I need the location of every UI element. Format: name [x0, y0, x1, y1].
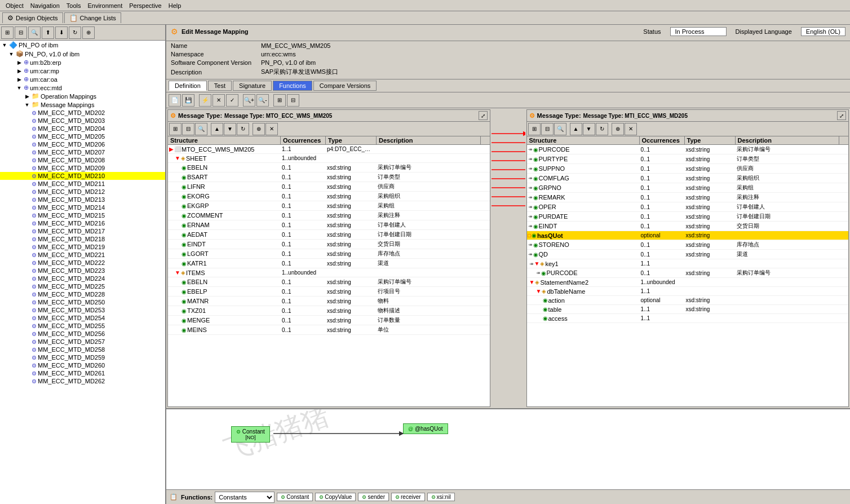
sidebar-item-md225[interactable]: ⚙ MM_ECC_MTD_MD225: [0, 282, 165, 290]
toolbar-btn-collapse-all[interactable]: ⊟: [287, 94, 299, 107]
table-row-hasquot[interactable]: □ ◉ hasQUot optional xsd:string: [527, 231, 849, 240]
table-row[interactable]: ↠ ◉ PURCODE 0..1 xsd:string 采购订单编号: [527, 268, 849, 278]
left-tb-btn-4[interactable]: ▲: [211, 123, 223, 135]
sidebar-item-pn-po-v10[interactable]: ▼ 📦 PN_PO, v1.0 of ibm: [0, 50, 165, 58]
sidebar-btn-3[interactable]: 🔍: [28, 26, 41, 39]
tab-change-lists[interactable]: 📋 Change Lists: [64, 12, 121, 23]
sidebar-item-md210[interactable]: ⚙ MM_ECC_MTD_MD210: [0, 172, 165, 180]
func-btn-receiver[interactable]: ⚙ receiver: [391, 493, 425, 501]
menu-perspective[interactable]: Perspective: [126, 2, 165, 9]
table-row[interactable]: ▼ ◈ StatementName2 1..unbounded: [527, 278, 849, 287]
table-row[interactable]: ↠ ◉ PURDATE 0..1 xsd:string 订单创建日期: [527, 212, 849, 222]
table-row[interactable]: ◉ EKGRP 0..1 xsd:string 采购组: [168, 201, 490, 211]
left-tb-btn-3[interactable]: 🔍: [195, 123, 207, 135]
left-tb-btn-7[interactable]: ⊕: [253, 123, 265, 135]
right-tb-btn-2[interactable]: ⊟: [541, 123, 554, 135]
left-panel-maximize[interactable]: ⤢: [479, 111, 488, 120]
right-panel-maximize[interactable]: ⤢: [837, 111, 846, 120]
sidebar-item-md221[interactable]: ⚙ MM_ECC_MTD_MD221: [0, 251, 165, 259]
table-row[interactable]: ◉ EBELP 0..1 xsd:string 行项目号: [168, 287, 490, 297]
sidebar-item-um-car-oa[interactable]: ▶ ⊕ um:car:oa: [0, 75, 165, 83]
sidebar-item-md206[interactable]: ⚙ MM_ECC_MTD_MD206: [0, 140, 165, 148]
menu-navigation[interactable]: Navigation: [27, 2, 63, 9]
sidebar-item-md211[interactable]: ⚙ MM_ECC_MTD_MD211: [0, 180, 165, 188]
table-row[interactable]: ↠ ▼ ◈ key1 1..1: [527, 259, 849, 268]
table-row[interactable]: ◉ MATNR 0..1 xsd:string 物料: [168, 297, 490, 306]
tab-signature[interactable]: Signature: [233, 81, 272, 91]
table-row[interactable]: ◉ MENGE 0..1 xsd:string 订单数量: [168, 316, 490, 325]
sidebar-item-md203[interactable]: ⚙ MM_ECC_MTD_MD203: [0, 117, 165, 125]
tab-design-objects[interactable]: ⚙ Design Objects: [2, 12, 63, 23]
right-tb-btn-8[interactable]: ✕: [625, 123, 637, 135]
sidebar-item-um-car-mp[interactable]: ▶ ⊕ um:car:mp: [0, 67, 165, 75]
tab-definition[interactable]: Definition: [169, 81, 207, 91]
right-tb-btn-4[interactable]: ▲: [570, 123, 582, 135]
table-row[interactable]: ↠ ◉ STORENO 0..1 xsd:string 库存地点: [527, 240, 849, 250]
sidebar-btn-5[interactable]: ⬇: [55, 26, 68, 39]
table-row[interactable]: ◉ AEDAT 0..1 xsd:string 订单创建日期: [168, 230, 490, 240]
menu-help[interactable]: Help: [165, 2, 185, 9]
sidebar-item-md258[interactable]: ⚙ MM_ECC_MTD_MD258: [0, 346, 165, 353]
sidebar-item-md260[interactable]: ⚙ MM_ECC_MTD_MD260: [0, 361, 165, 369]
table-row[interactable]: ◉ LIFNR 0..1 xsd:string 供应商: [168, 182, 490, 192]
sidebar-btn-4[interactable]: ⬆: [42, 26, 54, 39]
left-tb-btn-8[interactable]: ✕: [265, 123, 278, 135]
sidebar-item-um-b2b[interactable]: ▶ ⊕ um:b2b:erp: [0, 58, 165, 67]
func-btn-constant[interactable]: ⚙ Constant: [277, 493, 313, 501]
sidebar-item-md224[interactable]: ⚙ MM_ECC_MTD_MD224: [0, 275, 165, 282]
toolbar-btn-save[interactable]: 💾: [182, 94, 194, 107]
sidebar-item-md253[interactable]: ⚙ MM_ECC_MTD_MD253: [0, 306, 165, 314]
table-row[interactable]: ◉ BSART 0..1 xsd:string 订单类型: [168, 173, 490, 182]
tab-functions[interactable]: Functions: [273, 81, 312, 91]
toolbar-btn-expand-all[interactable]: ⊞: [273, 94, 286, 107]
sidebar-item-md204[interactable]: ⚙ MM_ECC_MTD_MD204: [0, 125, 165, 132]
table-row[interactable]: ↠ ◉ EINDT 0..1 xsd:string 交货日期: [527, 222, 849, 231]
sidebar-item-md255[interactable]: ⚙ MM_ECC_MTD_MD255: [0, 322, 165, 330]
sidebar-item-md228[interactable]: ⚙ MM_ECC_MTD_MD228: [0, 290, 165, 298]
sidebar-item-md262[interactable]: ⚙ MM_ECC_MTD_MD262: [0, 377, 165, 385]
sidebar-item-md205[interactable]: ⚙ MM_ECC_MTD_MD205: [0, 132, 165, 140]
toolbar-btn-zoom-out[interactable]: 🔍-: [256, 94, 269, 107]
right-tb-btn-6[interactable]: ↻: [596, 123, 608, 135]
sidebar-item-pn-po-ibm[interactable]: ▼ 🔷 PN_PO of ibm: [0, 41, 165, 50]
table-row[interactable]: ◉ action optional xsd:string: [527, 296, 849, 305]
menu-tools[interactable]: Tools: [63, 2, 85, 9]
table-row[interactable]: ▼ ◈ dbTableName 1..1: [527, 287, 849, 296]
table-row[interactable]: ◉ LGORT 0..1 xsd:string 库存地点: [168, 249, 490, 259]
table-row[interactable]: ↠ ◉ COMFLAG 0..1 xsd:string 采购组织: [527, 174, 849, 183]
menu-environment[interactable]: Environment: [84, 2, 126, 9]
left-tb-btn-6[interactable]: ↻: [237, 123, 249, 135]
table-row[interactable]: ◉ EBELN 0..1 xsd:string 采购订单编号: [168, 277, 490, 287]
table-row[interactable]: ↠ ◉ QD 0..1 xsd:string 渠道: [527, 250, 849, 259]
tab-test[interactable]: Test: [208, 81, 232, 91]
target-function-node[interactable]: @ @hasQUot: [403, 423, 448, 434]
functions-dropdown[interactable]: Constants String Functions: [215, 492, 275, 503]
sidebar-item-md217[interactable]: ⚙ MM_ECC_MTD_MD217: [0, 227, 165, 235]
sidebar-item-md207[interactable]: ⚙ MM_ECC_MTD_MD207: [0, 148, 165, 156]
table-row[interactable]: ◉ EKORG 0..1 xsd:string 采购组织: [168, 192, 490, 201]
table-row[interactable]: ↠ ◉ OPER 0..1 xsd:string 订单创建人: [527, 202, 849, 212]
sidebar-item-um-ecc-mtd[interactable]: ▼ ⊕ um:ecc:mtd: [0, 83, 165, 92]
sidebar-item-md208[interactable]: ⚙ MM_ECC_MTD_MD208: [0, 156, 165, 164]
left-tb-btn-5[interactable]: ▼: [224, 123, 236, 135]
toolbar-btn-clear[interactable]: ✕: [213, 94, 225, 107]
table-row[interactable]: ◉ EBELN 0..1 xsd:string 采购订单编号: [168, 163, 490, 173]
sidebar-item-md257[interactable]: ⚙ MM_ECC_MTD_MD257: [0, 338, 165, 346]
sidebar-item-md218[interactable]: ⚙ MM_ECC_MTD_MD218: [0, 235, 165, 243]
sidebar-item-md213[interactable]: ⚙ MM_ECC_MTD_MD213: [0, 196, 165, 204]
sidebar-item-md261[interactable]: ⚙ MM_ECC_MTD_MD261: [0, 369, 165, 377]
sidebar-item-md222[interactable]: ⚙ MM_ECC_MTD_MD222: [0, 259, 165, 267]
sidebar-btn-2[interactable]: ⊟: [15, 26, 27, 39]
sidebar-item-op-mappings[interactable]: ▶ 📁 Operation Mappings: [0, 92, 165, 100]
func-btn-xsinil[interactable]: ⚙ xsi:nil: [427, 493, 455, 501]
table-row[interactable]: ▼ ◈ SHEET 1..unbounded: [168, 154, 490, 163]
table-row[interactable]: ↠ ◉ GRPNO 0..1 xsd:string 采购组: [527, 183, 849, 193]
table-row[interactable]: ↠ ◉ PURTYPE 0..1 xsd:string 订单类型: [527, 154, 849, 164]
func-btn-copyvalue[interactable]: ⚙ CopyValue: [315, 493, 356, 501]
toolbar-btn-zoom-in[interactable]: 🔍+: [243, 94, 255, 107]
sidebar-btn-6[interactable]: ↻: [69, 26, 81, 39]
table-row[interactable]: ◉ ZCOMMENT 0..1 xsd:string 采购注释: [168, 211, 490, 220]
sidebar-item-md223[interactable]: ⚙ MM_ECC_MTD_MD223: [0, 267, 165, 275]
toolbar-btn-new[interactable]: 📄: [169, 94, 181, 107]
func-btn-sender[interactable]: ⚙ sender: [358, 493, 389, 501]
